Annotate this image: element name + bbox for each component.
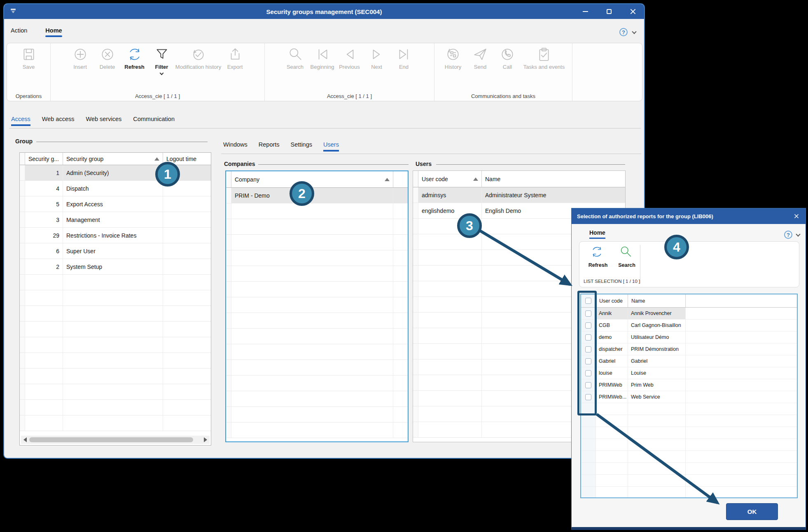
company-row[interactable] [226, 203, 408, 219]
company-row[interactable] [226, 376, 408, 391]
company-row[interactable] [226, 282, 408, 297]
company-row[interactable] [226, 219, 408, 235]
report-user-row[interactable]: Annik Annik Provencher [581, 308, 797, 320]
company-row[interactable] [226, 266, 408, 282]
scroll-left-icon[interactable] [23, 437, 27, 442]
tab-settings[interactable]: Settings [291, 141, 312, 152]
report-user-row[interactable] [581, 451, 797, 463]
security-group-row[interactable] [20, 353, 211, 369]
report-user-row[interactable]: dispatcher PRIM Démonstration [581, 343, 797, 355]
ok-button[interactable]: OK [726, 503, 778, 520]
user-row[interactable]: adminsys Administrateur Systeme [413, 187, 625, 203]
dialog-tab-home[interactable]: Home [589, 229, 605, 239]
checkbox[interactable] [585, 334, 591, 341]
company-row[interactable] [226, 360, 408, 376]
chevron-down-icon[interactable] [632, 29, 636, 34]
chevron-down-icon[interactable] [796, 232, 800, 236]
company-row[interactable] [226, 235, 408, 250]
checkbox[interactable] [585, 310, 591, 317]
security-group-row[interactable] [20, 275, 211, 290]
security-group-row[interactable]: 3 Management [20, 212, 211, 228]
security-group-row[interactable] [20, 415, 211, 431]
checkbox[interactable] [585, 322, 591, 329]
column-security-group[interactable]: Security group [63, 153, 163, 165]
report-user-row[interactable]: demo Utilisateur Démo [581, 331, 797, 343]
security-group-row[interactable]: 5 Export Access [20, 196, 211, 212]
company-row[interactable] [226, 391, 408, 407]
ribbon-button[interactable]: Previous [336, 47, 363, 70]
ribbon-button[interactable]: Refresh [585, 245, 611, 268]
help-icon[interactable] [784, 231, 792, 239]
ribbon-button[interactable]: Send [467, 47, 494, 70]
ribbon-button[interactable]: History [439, 47, 467, 70]
dialog-close-button[interactable] [792, 211, 801, 221]
report-user-row[interactable]: CGB Carl Gagnon-Bisaillon [581, 320, 797, 331]
tab-windows[interactable]: Windows [223, 141, 248, 152]
column-security-group-id[interactable]: Security g... [25, 153, 63, 165]
report-user-row[interactable] [581, 415, 797, 427]
report-user-row[interactable] [581, 475, 797, 487]
tab-communication[interactable]: Communication [133, 116, 175, 126]
checkbox[interactable] [585, 370, 591, 376]
report-user-row[interactable]: PRIMWeb... Web Service [581, 391, 797, 403]
security-group-row[interactable]: 2 System Setup [20, 259, 211, 275]
security-group-row[interactable]: 6 Super User [20, 243, 211, 259]
security-group-row[interactable] [20, 337, 211, 353]
report-user-row[interactable] [581, 439, 797, 451]
tab-access[interactable]: Access [11, 116, 30, 126]
scroll-right-icon[interactable] [204, 437, 207, 442]
ribbon-button[interactable]: Insert [67, 47, 94, 75]
report-user-row[interactable] [581, 487, 797, 498]
select-all-checkbox[interactable] [585, 298, 591, 304]
company-row[interactable] [226, 297, 408, 313]
company-row[interactable] [226, 344, 408, 360]
minimize-button[interactable] [580, 6, 591, 17]
ribbon-button[interactable]: Beginning [309, 47, 336, 70]
tab-action[interactable]: Action [11, 27, 27, 37]
tab-web-services[interactable]: Web services [86, 116, 121, 126]
company-row[interactable] [226, 313, 408, 329]
column-company[interactable]: Company [231, 171, 393, 187]
ribbon-button[interactable]: Filter [148, 47, 175, 75]
security-group-row[interactable] [20, 384, 211, 400]
tab-reports[interactable]: Reports [259, 141, 280, 152]
security-group-row[interactable] [20, 322, 211, 337]
close-button[interactable] [628, 6, 638, 17]
company-row[interactable] [226, 422, 408, 438]
security-group-row[interactable] [20, 306, 211, 322]
ribbon-button[interactable]: Save [15, 47, 42, 70]
security-group-row[interactable]: 4 Dispatch [20, 181, 211, 196]
report-user-row[interactable] [581, 463, 797, 475]
column-user-code[interactable]: User code [596, 294, 628, 307]
column-name[interactable]: Name [482, 171, 625, 187]
report-user-row[interactable]: louise Louise [581, 367, 797, 379]
report-user-row[interactable] [581, 403, 797, 415]
scrollbar-thumb[interactable] [29, 437, 193, 442]
tab-web-access[interactable]: Web access [42, 116, 75, 126]
security-group-row[interactable]: 1 Admin (Security) [20, 165, 211, 181]
ribbon-button[interactable]: Call [494, 47, 521, 70]
ribbon-button[interactable]: Refresh [121, 47, 148, 75]
ribbon-button[interactable]: Next [363, 47, 390, 70]
maximize-button[interactable] [604, 6, 614, 17]
horizontal-scrollbar[interactable] [21, 436, 210, 444]
company-row[interactable] [226, 250, 408, 266]
security-group-row[interactable] [20, 400, 211, 415]
help-icon[interactable] [619, 28, 628, 36]
security-group-row[interactable] [20, 290, 211, 306]
report-user-row[interactable]: PRIMWeb Prim Web [581, 379, 797, 391]
report-user-row[interactable]: Gabriel Gabriel [581, 355, 797, 367]
company-row[interactable]: PRIM - Demo [226, 188, 408, 203]
checkbox[interactable] [585, 346, 591, 352]
tab-home[interactable]: Home [45, 27, 62, 37]
ribbon-button[interactable]: Search [614, 245, 640, 268]
ribbon-button[interactable]: Tasks and events [521, 47, 567, 70]
tab-users[interactable]: Users [323, 141, 339, 152]
company-row[interactable] [226, 329, 408, 344]
checkbox[interactable] [585, 382, 591, 388]
ribbon-button[interactable]: Export [222, 47, 249, 75]
company-row[interactable] [226, 407, 408, 422]
column-name[interactable]: Name [628, 294, 686, 307]
ribbon-button[interactable]: Modification history [175, 47, 222, 75]
ribbon-button[interactable]: Delete [94, 47, 121, 75]
